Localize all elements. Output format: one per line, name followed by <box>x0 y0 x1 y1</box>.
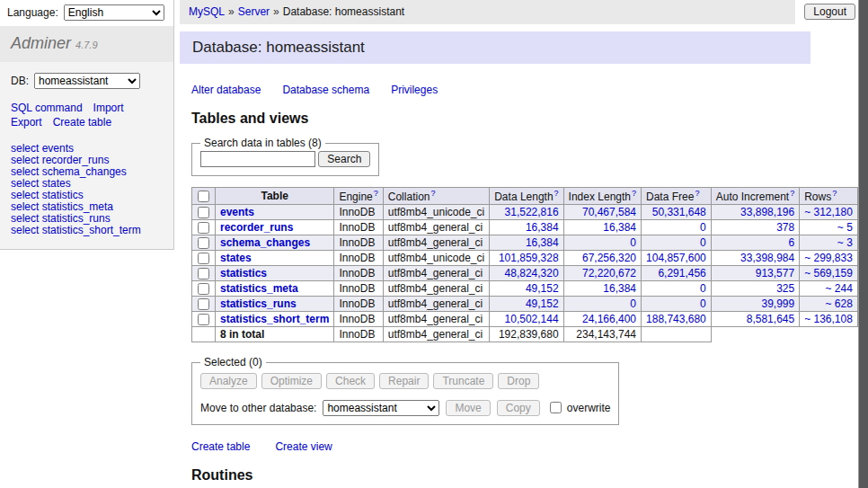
command-links: SQL commandImportExportCreate table <box>11 102 163 129</box>
column-help-link[interactable]: ? <box>695 189 699 198</box>
rows-count-link[interactable]: ~ 569,159 <box>804 267 853 279</box>
language-select[interactable]: English <box>64 4 164 21</box>
sidebar-link-sql-command[interactable]: SQL command <box>11 102 83 114</box>
column-help-link[interactable]: ? <box>374 189 378 198</box>
table-row-recorder-runs: recorder_runsInnoDButf8mb4_general_ci16,… <box>192 220 868 235</box>
rows-count-link[interactable]: ~ 5 <box>837 221 853 234</box>
row-checkbox[interactable] <box>198 253 209 264</box>
vertical-scrollbar[interactable] <box>858 0 868 488</box>
column-help-link[interactable]: ? <box>430 189 435 198</box>
rows-count-link[interactable]: ~ 244 <box>826 282 853 295</box>
rows-count-link[interactable]: ~ 628 <box>826 297 853 310</box>
move-db-select[interactable]: homeassistant <box>323 400 439 416</box>
scrollbar-thumb[interactable] <box>859 0 868 488</box>
logout-button[interactable]: Logout <box>804 4 855 20</box>
row-checkbox[interactable] <box>198 314 209 325</box>
column-help-link[interactable]: ? <box>832 189 837 198</box>
sidebar-link-export[interactable]: Export <box>11 116 42 129</box>
column-help-link[interactable]: ? <box>790 189 794 198</box>
index-length-cell: 72,220,672 <box>563 266 641 281</box>
page-title: Database: homeassistant <box>180 31 810 64</box>
db-select[interactable]: homeassistant <box>34 73 140 89</box>
row-select-cell <box>192 220 216 235</box>
move-button[interactable]: Move <box>446 400 490 416</box>
rows-count-link[interactable]: ~ 299,833 <box>804 252 853 264</box>
row-checkbox[interactable] <box>198 283 209 295</box>
data-free-cell: 104,857,600 <box>642 251 712 266</box>
row-checkbox[interactable] <box>198 207 209 218</box>
table-row-events: eventsInnoDButf8mb4_unicode_ci31,522,816… <box>192 205 868 220</box>
auto-increment-cell: 325 <box>711 281 799 297</box>
sidebar-table-link-select-events[interactable]: select events <box>11 142 74 155</box>
rows-cell: ~ 5 <box>800 220 858 235</box>
analyze-button[interactable]: Analyze <box>200 373 257 389</box>
breadcrumb-item-server[interactable]: Server <box>238 5 270 18</box>
rows-cell: ~ 569,159 <box>800 266 858 281</box>
alter-database-link[interactable]: Alter database <box>191 84 261 96</box>
sidebar-link-create-table[interactable]: Create table <box>53 116 111 129</box>
sidebar-table-link-select-states[interactable]: select states <box>11 177 71 190</box>
truncate-button[interactable]: Truncate <box>433 373 493 389</box>
database-action-links: Alter databaseDatabase schemaPrivileges <box>191 84 810 96</box>
column-help-link[interactable]: ? <box>632 189 636 198</box>
breadcrumb: MySQL»Server»Database: homeassistant <box>180 0 795 24</box>
column-help-link[interactable]: ? <box>554 189 559 198</box>
row-checkbox[interactable] <box>198 237 209 249</box>
database-schema-link[interactable]: Database schema <box>282 84 369 96</box>
column-header-data-length: Data Length? <box>490 188 563 205</box>
copy-button[interactable]: Copy <box>497 400 540 416</box>
sidebar-table-link-select-recorder-runs[interactable]: select recorder_runs <box>11 154 109 166</box>
table-name-link[interactable]: recorder_runs <box>220 221 293 234</box>
table-name-link[interactable]: statistics_meta <box>220 282 298 295</box>
overwrite-checkbox[interactable] <box>550 402 562 413</box>
engine-cell: InnoDB <box>334 281 383 297</box>
create-table-link[interactable]: Create table <box>191 440 250 453</box>
table-name-link[interactable]: events <box>220 206 254 218</box>
db-row: DB: homeassistant <box>11 73 163 89</box>
table-name-link[interactable]: statistics <box>220 267 267 279</box>
collation-cell: utf8mb4_unicode_ci <box>383 251 489 266</box>
selected-legend: Selected (0) <box>200 356 266 368</box>
engine-cell: InnoDB <box>334 312 383 327</box>
rows-cell: ~ 3 <box>800 235 858 251</box>
search-legend: Search data in tables (8) <box>200 137 325 149</box>
check-button[interactable]: Check <box>326 373 375 389</box>
column-header-table: Table <box>216 188 334 205</box>
row-checkbox[interactable] <box>198 298 209 310</box>
optimize-button[interactable]: Optimize <box>261 373 322 389</box>
summary-engine-cell: InnoDB <box>334 327 383 342</box>
create-view-link[interactable]: Create view <box>275 440 332 453</box>
tables-heading: Tables and views <box>191 111 810 127</box>
table-body: eventsInnoDButf8mb4_unicode_ci31,522,816… <box>192 205 868 342</box>
search-input[interactable] <box>200 151 315 167</box>
command-link-row: SQL commandImport <box>11 102 163 114</box>
sidebar-link-import[interactable]: Import <box>93 102 124 114</box>
sidebar-table-link-select-statistics[interactable]: select statistics <box>11 189 84 201</box>
rows-count-link[interactable]: ~ 3 <box>837 236 853 249</box>
row-select-cell <box>192 205 216 220</box>
sidebar-table-link-select-statistics-meta[interactable]: select statistics_meta <box>11 200 113 213</box>
privileges-link[interactable]: Privileges <box>391 84 438 96</box>
row-checkbox[interactable] <box>198 222 209 234</box>
sidebar-table-link-select-statistics-runs[interactable]: select statistics_runs <box>11 212 111 225</box>
select-all-checkbox[interactable] <box>198 191 209 202</box>
sidebar-table-link-select-schema-changes[interactable]: select schema_changes <box>11 165 127 178</box>
drop-button[interactable]: Drop <box>498 373 539 389</box>
row-checkbox[interactable] <box>198 268 209 279</box>
breadcrumb-item-mysql[interactable]: MySQL <box>189 5 225 18</box>
summary-collation-cell: utf8mb4_general_ci <box>383 327 489 342</box>
rows-count-link[interactable]: ~ 312,180 <box>804 206 853 218</box>
table-name-link[interactable]: statistics_runs <box>220 297 297 310</box>
auto-increment-cell: 8,581,645 <box>711 312 799 327</box>
db-label: DB: <box>11 75 29 87</box>
search-button[interactable]: Search <box>318 151 370 167</box>
repair-button[interactable]: Repair <box>379 373 429 389</box>
sidebar-table-link-select-statistics-short-term[interactable]: select statistics_short_term <box>11 224 141 236</box>
table-name-link[interactable]: statistics_short_term <box>220 313 329 325</box>
table-name-cell: statistics_runs <box>216 297 334 312</box>
table-name-link[interactable]: schema_changes <box>220 236 310 249</box>
rows-count-link[interactable]: ~ 136,108 <box>804 313 853 325</box>
app-title: Adminer4.7.9 <box>0 26 173 62</box>
rows-cell: ~ 244 <box>800 281 858 297</box>
table-name-link[interactable]: states <box>220 252 252 264</box>
